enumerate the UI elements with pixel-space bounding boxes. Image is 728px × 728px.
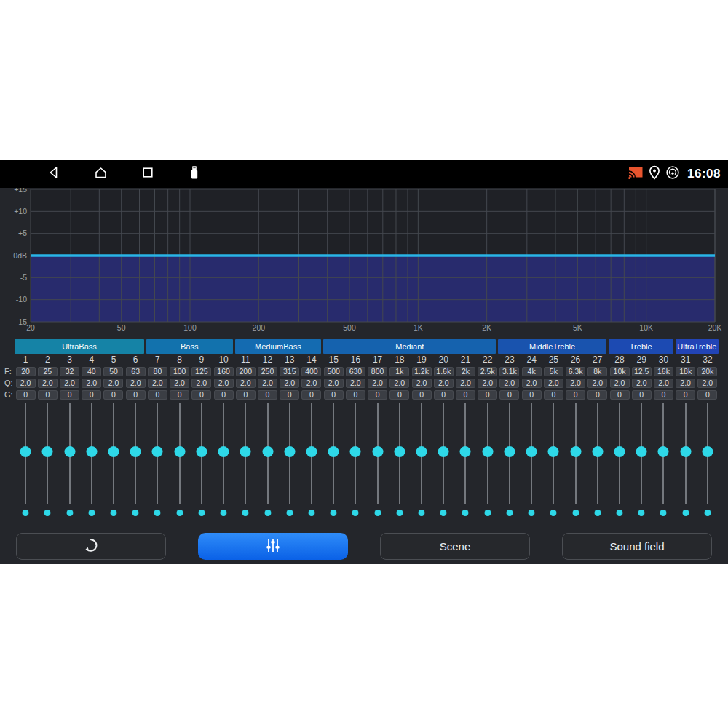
slider-knob[interactable] [636,446,647,457]
slider-dot[interactable] [23,510,29,516]
channel-frequency-value[interactable]: 80 [148,367,167,376]
gain-slider[interactable] [587,402,609,530]
slider-dot[interactable] [221,510,227,516]
slider-knob[interactable] [328,446,339,457]
channel-q-value[interactable]: 2.0 [236,379,256,388]
channel-frequency-value[interactable]: 63 [126,367,146,376]
channel-gain-value[interactable]: 0 [103,390,123,400]
channel-q-value[interactable]: 2.0 [434,379,454,388]
channel-frequency-value[interactable]: 20k [697,367,717,376]
gain-slider[interactable] [15,402,36,530]
recents-icon[interactable] [141,165,155,183]
channel-q-value[interactable]: 2.0 [456,379,475,388]
scene-button[interactable]: Scene [380,533,530,560]
gain-slider[interactable] [301,402,323,530]
channel-q-value[interactable]: 2.0 [280,379,299,388]
channel-gain-value[interactable]: 0 [170,390,189,400]
channel-gain-value[interactable]: 0 [654,390,673,400]
gain-slider[interactable] [323,402,344,530]
channel-q-value[interactable]: 2.0 [478,379,497,388]
channel-frequency-value[interactable]: 1k [389,367,409,376]
channel-frequency-value[interactable]: 2k [456,367,475,376]
slider-dot[interactable] [66,510,73,516]
channel-gain-value[interactable]: 0 [126,390,146,400]
channel-gain-value[interactable]: 0 [191,390,211,400]
channel-frequency-value[interactable]: 315 [280,367,299,376]
sound-field-button[interactable]: Sound field [562,533,712,560]
channel-gain-value[interactable]: 0 [38,390,58,400]
slider-knob[interactable] [218,446,229,457]
channel-q-value[interactable]: 2.0 [632,379,652,388]
band-header-middletreble[interactable]: MiddleTreble [498,339,606,354]
slider-dot[interactable] [154,510,161,516]
slider-knob[interactable] [64,446,75,457]
channel-frequency-value[interactable]: 8k [587,367,607,376]
gain-slider[interactable] [675,402,697,530]
slider-dot[interactable] [660,510,667,516]
channel-frequency-value[interactable]: 200 [236,367,256,376]
slider-dot[interactable] [110,510,116,516]
gain-slider[interactable] [81,402,103,530]
gain-slider[interactable] [213,402,234,530]
channel-gain-value[interactable]: 0 [148,390,167,400]
slider-knob[interactable] [130,446,141,457]
gain-slider[interactable] [411,402,432,530]
gain-slider[interactable] [234,402,256,530]
channel-frequency-value[interactable]: 3.1k [499,367,519,376]
channel-frequency-value[interactable]: 630 [346,367,365,376]
channel-gain-value[interactable]: 0 [522,390,542,400]
slider-dot[interactable] [44,510,51,516]
slider-knob[interactable] [20,446,31,457]
channel-frequency-value[interactable]: 250 [258,367,277,376]
slider-knob[interactable] [526,446,537,457]
channel-q-value[interactable]: 2.0 [697,379,717,388]
channel-frequency-value[interactable]: 125 [191,367,211,376]
channel-gain-value[interactable]: 0 [676,390,695,400]
gain-slider[interactable] [630,402,652,530]
gain-slider[interactable] [521,402,542,530]
slider-dot[interactable] [440,510,447,516]
channel-frequency-value[interactable]: 16k [654,367,673,376]
channel-gain-value[interactable]: 0 [236,390,256,400]
band-header-bass[interactable]: Bass [146,339,233,354]
slider-dot[interactable] [132,510,139,516]
slider-dot[interactable] [331,510,337,516]
slider-dot[interactable] [374,510,381,516]
slider-knob[interactable] [438,446,449,457]
channel-q-value[interactable]: 2.0 [258,379,277,388]
reset-button[interactable] [16,533,166,560]
channel-gain-value[interactable]: 0 [544,390,563,400]
channel-frequency-value[interactable]: 32 [60,367,79,376]
channel-gain-value[interactable]: 0 [632,390,652,400]
channel-q-value[interactable]: 2.0 [368,379,387,388]
slider-knob[interactable] [416,446,427,457]
slider-dot[interactable] [550,510,557,516]
gain-slider[interactable] [279,402,301,530]
channel-q-value[interactable]: 2.0 [676,379,695,388]
band-header-mediant[interactable]: Mediant [323,339,496,354]
slider-dot[interactable] [594,510,601,516]
gain-slider[interactable] [499,402,521,530]
gain-slider[interactable] [344,402,366,530]
slider-knob[interactable] [702,446,713,457]
gain-slider[interactable] [564,402,586,530]
gain-slider[interactable] [169,402,191,530]
gain-slider[interactable] [454,402,476,530]
channel-q-value[interactable]: 2.0 [346,379,365,388]
slider-dot[interactable] [682,510,689,516]
band-header-treble[interactable]: Treble [609,339,673,354]
channel-gain-value[interactable]: 0 [368,390,387,400]
slider-dot[interactable] [242,510,249,516]
channel-frequency-value[interactable]: 10k [610,367,630,376]
slider-knob[interactable] [262,446,273,457]
slider-knob[interactable] [614,446,625,457]
channel-gain-value[interactable]: 0 [60,390,79,400]
slider-knob[interactable] [240,446,251,457]
channel-gain-value[interactable]: 0 [412,390,432,400]
slider-dot[interactable] [396,510,403,516]
gain-slider[interactable] [432,402,454,530]
channel-gain-value[interactable]: 0 [16,390,36,400]
back-icon[interactable] [47,165,61,183]
channel-frequency-value[interactable]: 40 [82,367,101,376]
channel-q-value[interactable]: 2.0 [587,379,607,388]
